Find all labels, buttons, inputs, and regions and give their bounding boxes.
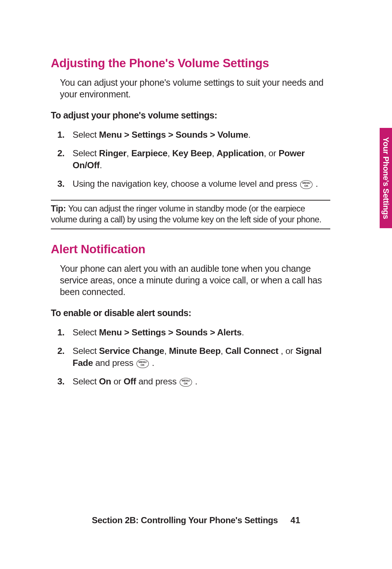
side-tab: Your Phone's Settings xyxy=(380,128,392,228)
page-content: Adjusting the Phone's Volume Settings Yo… xyxy=(51,56,330,398)
menu-ok-key-icon: MENUOK xyxy=(136,359,149,368)
heading-volume-settings: Adjusting the Phone's Volume Settings xyxy=(51,56,330,70)
page-footer: Section 2B: Controlling Your Phone's Set… xyxy=(0,515,392,525)
step-3: 3. Using the navigation key, choose a vo… xyxy=(73,178,330,190)
tip-label: Tip: xyxy=(51,204,68,213)
subhead-alert: To enable or disable alert sounds: xyxy=(51,308,330,318)
subhead-volume: To adjust your phone's volume settings: xyxy=(51,110,330,121)
steps-volume: 1. Select Menu > Settings > Sounds > Vol… xyxy=(51,129,330,190)
intro-alert: Your phone can alert you with an audible… xyxy=(60,263,330,298)
tip-box: Tip: You can adjust the ringer volume in… xyxy=(51,200,330,229)
footer-title: Section 2B: Controlling Your Phone's Set… xyxy=(92,515,278,525)
intro-volume: You can adjust your phone's volume setti… xyxy=(60,77,330,100)
heading-alert-notification: Alert Notification xyxy=(51,242,330,256)
step-2: 2. Select Ringer, Earpiece, Key Beep, Ap… xyxy=(73,147,330,171)
step-2: 2. Select Service Change, Minute Beep, C… xyxy=(73,345,330,369)
page-number: 41 xyxy=(290,515,300,525)
tip-text: You can adjust the ringer volume in stan… xyxy=(51,204,321,224)
step-1: 1. Select Menu > Settings > Sounds > Ale… xyxy=(73,326,330,338)
menu-ok-key-icon: MENUOK xyxy=(300,180,313,189)
menu-ok-key-icon: MENUOK xyxy=(180,378,192,387)
step-3: 3. Select On or Off and press MENUOK . xyxy=(73,375,330,387)
side-tab-label: Your Phone's Settings xyxy=(381,137,391,219)
step-1: 1. Select Menu > Settings > Sounds > Vol… xyxy=(73,129,330,141)
steps-alert: 1. Select Menu > Settings > Sounds > Ale… xyxy=(51,326,330,387)
